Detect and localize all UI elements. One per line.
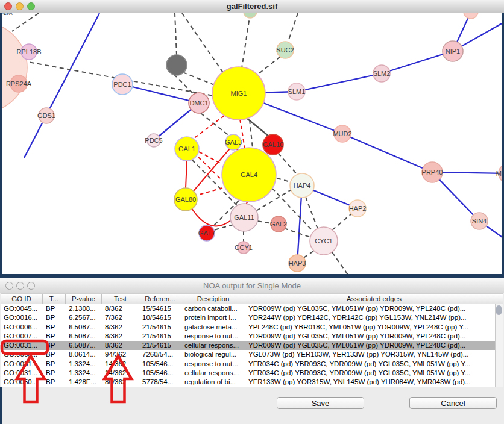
node-label-SLM2: SLM2: [373, 70, 391, 77]
cell-r2-c4: 7/362: [102, 313, 140, 322]
cell-r9-c2: BP: [43, 378, 66, 387]
table-row[interactable]: GO:0065...BP8.0614...94/3627260/54...bio…: [1, 350, 503, 359]
cell-r4-c5: 21/54615: [140, 332, 182, 341]
cell-r7-c4: 14/362: [102, 360, 140, 369]
cell-r1-c4: 8/362: [102, 304, 140, 313]
cell-r7-c5: 105/546...: [140, 360, 182, 369]
minimize-button-inactive[interactable]: [16, 282, 24, 290]
cell-r8-c3: 1.3324...: [66, 369, 102, 378]
cell-r2-c1: GO:0016...: [1, 313, 43, 322]
cell-r9-c4: 80/362: [102, 378, 140, 387]
cell-r3-c3: 6.5087...: [66, 323, 102, 332]
table-row[interactable]: GO:0016...BP6.2567...7/36210/54615protei…: [1, 313, 503, 322]
column-header-desciption[interactable]: Desciption: [181, 294, 245, 304]
network-window-title: galFiltered.sif: [0, 0, 504, 13]
node-label-MIG1: MIG1: [231, 90, 247, 97]
cell-r1-c3: 2.1308...: [66, 304, 102, 313]
cell-r8-c7: YFR034C (pd) YBR093C, YDR009W (pd) YGL03…: [246, 369, 503, 378]
table-row[interactable]: GO:0031...BP1.3324...14/362105/546...res…: [1, 360, 503, 369]
column-header-go-id[interactable]: GO ID: [1, 294, 43, 304]
cell-r6-c4: 94/362: [102, 350, 140, 359]
cell-r3-c1: GO:0006...: [1, 323, 43, 332]
cell-r3-c4: 8/362: [102, 323, 140, 332]
node-label-GAL1: GAL1: [178, 145, 195, 152]
node-label-RPL18B: RPL18B: [17, 48, 42, 55]
cell-r3-c7: YPL248C (pd) YBR018C, YML051W (pp) YDR00…: [246, 323, 503, 332]
table-row-selected[interactable]: GO:0031...BP6.5087...8/36221/54615cellul…: [1, 341, 503, 350]
zoom-button[interactable]: [27, 2, 35, 10]
node-gray-unlabeled[interactable]: [166, 55, 187, 75]
zoom-button-inactive[interactable]: [27, 282, 35, 290]
cell-r9-c5: 5778/54...: [140, 378, 182, 387]
cell-r2-c5: 10/54615: [140, 313, 182, 322]
cell-r8-c4: 14/362: [102, 369, 140, 378]
table-row[interactable]: GO:0006...BP6.5087...8/36221/54615galact…: [1, 323, 503, 332]
node-label-GAL10: GAL10: [263, 141, 283, 148]
table-row[interactable]: GO:0007...BP6.5087...8/36221/54615respon…: [1, 332, 503, 341]
node-label-PRP40: PRP40: [422, 169, 443, 176]
node-label-RPS24A: RPS24A: [6, 80, 32, 87]
cell-r8-c2: BP: [43, 369, 66, 378]
cell-r9-c7: YER133W (pp) YOR315W, YNL145W (pd) YHR08…: [246, 378, 503, 387]
cell-r2-c2: BP: [43, 313, 66, 322]
cell-r1-c1: GO:0045...: [1, 304, 43, 313]
cell-r1-c7: YDR009W (pd) YGL035C, YML051W (pp) YDR00…: [246, 304, 503, 313]
node-label-PDC5: PDC5: [145, 137, 162, 144]
close-button-inactive[interactable]: [5, 282, 13, 290]
cell-r4-c1: GO:0007...: [1, 332, 43, 341]
table-row[interactable]: GO:0050...BP1.428E...80/3625778/54...reg…: [1, 378, 503, 387]
cell-r7-c2: BP: [43, 360, 66, 369]
cell-r5-c2: BP: [43, 341, 66, 350]
save-button[interactable]: Save: [277, 397, 364, 409]
go-results-table: GO:0045...BP2.1308...8/36215/54615carbon…: [1, 304, 503, 387]
node-label-HAP3: HAP3: [289, 260, 306, 267]
cell-r4-c2: BP: [43, 332, 66, 341]
network-window: 17ARPL18BRPS24AGDS1PDC1DMC1MIG1SUC2SLM1S…: [0, 0, 504, 275]
column-header-p-value[interactable]: P-value: [66, 294, 102, 304]
cell-r5-c7: YDR009W (pd) YGL035C, YML051W (pp) YDR00…: [246, 341, 503, 350]
column-header-associated-edges[interactable]: Associated edges: [245, 294, 503, 304]
cancel-button[interactable]: Cancel: [409, 397, 497, 409]
column-header-test[interactable]: Test: [102, 294, 139, 304]
node-label-GAL7: GAL7: [198, 229, 215, 237]
table-row[interactable]: GO:0045...BP2.1308...8/36215/54615carbon…: [1, 304, 503, 313]
cell-r6-c5: 7260/54...: [140, 350, 182, 359]
node-label-SUC2: SUC2: [276, 46, 294, 54]
cell-r5-c6: cellular respons...: [182, 341, 246, 350]
node-label-DMC1: DMC1: [189, 99, 208, 107]
cell-r1-c6: carbon cataboli...: [182, 304, 246, 313]
scrollbar-thumb[interactable]: [496, 305, 502, 315]
column-header-t[interactable]: T...: [43, 294, 66, 304]
node-label-PDC1: PDC1: [113, 81, 131, 88]
node-label-NIP1: NIP1: [446, 48, 460, 55]
cell-r3-c2: BP: [43, 323, 66, 332]
cell-r9-c1: GO:0050...: [1, 378, 43, 387]
cell-r4-c4: 8/362: [102, 332, 140, 341]
minimize-button[interactable]: [16, 2, 24, 10]
column-header-referen[interactable]: Referen...: [139, 294, 181, 304]
network-titlebar: galFiltered.sif: [0, 0, 504, 13]
cell-r1-c5: 15/54615: [140, 304, 182, 313]
cell-r5-c1: GO:0031...: [1, 341, 43, 350]
cell-r2-c6: protein import i...: [182, 313, 246, 322]
cell-r5-c5: 21/54615: [140, 341, 182, 350]
node-label-GDS1: GDS1: [37, 112, 55, 119]
cell-r5-c3: 6.5087...: [66, 341, 102, 350]
cell-r3-c5: 21/54615: [140, 323, 182, 332]
cell-r3-c6: galactose meta...: [182, 323, 246, 332]
cell-r4-c6: response to nut...: [182, 332, 246, 341]
node-label-HAP4: HAP4: [294, 182, 311, 189]
cell-r1-c2: BP: [43, 304, 66, 313]
cell-r6-c1: GO:0065...: [1, 350, 43, 359]
close-button[interactable]: [4, 2, 12, 10]
node-label-GAL11: GAL11: [234, 214, 254, 221]
node-label-SLM1: SLM1: [288, 88, 306, 95]
node-label-HAP2: HAP2: [349, 205, 367, 212]
node-label-GAL4: GAL4: [241, 171, 257, 178]
vertical-scrollbar[interactable]: [495, 304, 503, 387]
table-row[interactable]: GO:0031...BP1.3324...14/362105/546...cel…: [1, 369, 503, 378]
cell-r7-c3: 1.3324...: [66, 360, 102, 369]
cell-r8-c5: 105/546...: [140, 369, 182, 378]
cell-r6-c6: biological regul...: [182, 350, 246, 359]
table-header-row: GO IDT...P-valueTestReferen...Desciption…: [1, 293, 503, 304]
